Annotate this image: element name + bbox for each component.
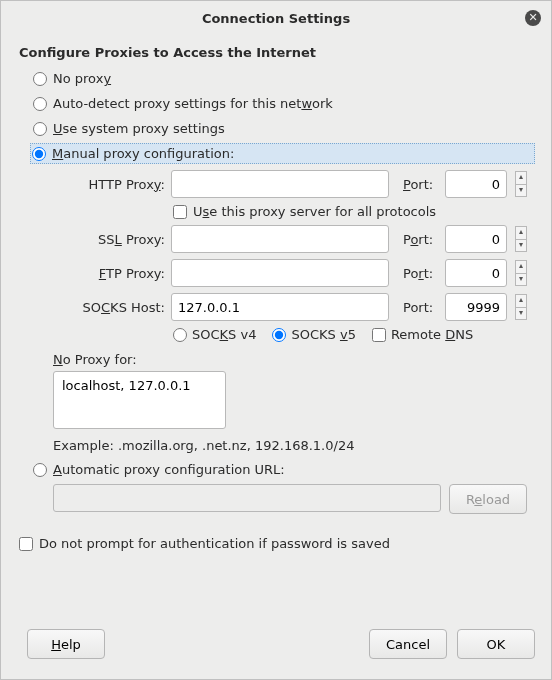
chevron-down-icon[interactable]: ▾ [515, 307, 527, 320]
no-auth-prompt-label: Do not prompt for authentication if pass… [39, 536, 390, 551]
http-port-spinner[interactable]: ▴▾ [515, 171, 527, 197]
use-all-checkbox[interactable] [173, 205, 187, 219]
ssl-proxy-label: SSL Proxy: [53, 232, 165, 247]
chevron-down-icon[interactable]: ▾ [515, 239, 527, 252]
manual-form: HTTP Proxy: Port: ▴▾ Use this proxy serv… [53, 170, 527, 342]
ok-button[interactable]: OK [457, 629, 535, 659]
ftp-port-label: Port: [403, 266, 439, 281]
ssl-port-input[interactable] [445, 225, 507, 253]
http-port-label: Port: [403, 177, 439, 192]
ftp-port-spinner[interactable]: ▴▾ [515, 260, 527, 286]
ftp-proxy-input[interactable] [171, 259, 389, 287]
titlebar: Connection Settings ✕ [1, 1, 551, 35]
ssl-proxy-row: SSL Proxy: Port: ▴▾ [53, 225, 527, 253]
http-port-input[interactable] [445, 170, 507, 198]
socks-port-label: Port: [403, 300, 439, 315]
use-all-label: Use this proxy server for all protocols [193, 204, 436, 219]
pac-row: Reload [53, 484, 527, 514]
ssl-port-label: Port: [403, 232, 439, 247]
ssl-port-spinner[interactable]: ▴▾ [515, 226, 527, 252]
no-auth-prompt-input[interactable] [19, 537, 33, 551]
no-proxy-label: No Proxy for: [53, 352, 535, 367]
checkbox-no-auth-prompt[interactable]: Do not prompt for authentication if pass… [19, 536, 535, 551]
ssl-proxy-input[interactable] [171, 225, 389, 253]
socks-version-row: SOCKS v4 SOCKS v5 Remote DNS [173, 327, 527, 342]
radio-no-proxy-input[interactable] [33, 72, 47, 86]
close-icon[interactable]: ✕ [525, 10, 541, 26]
ftp-proxy-label: FTP Proxy: [53, 266, 165, 281]
radio-pac[interactable]: Automatic proxy configuration URL: [31, 459, 535, 480]
checkbox-remote-dns[interactable]: Remote DNS [372, 327, 473, 342]
socks-port-input[interactable] [445, 293, 507, 321]
chevron-up-icon[interactable]: ▴ [515, 260, 527, 273]
socks-host-label: SOCKS Host: [53, 300, 165, 315]
socks-port-spinner[interactable]: ▴▾ [515, 294, 527, 320]
chevron-up-icon[interactable]: ▴ [515, 226, 527, 239]
radio-socks-v4-input[interactable] [173, 328, 187, 342]
radio-manual-proxy[interactable]: Manual proxy configuration: [30, 143, 535, 164]
chevron-up-icon[interactable]: ▴ [515, 294, 527, 307]
ftp-port-input[interactable] [445, 259, 507, 287]
socks-host-input[interactable] [171, 293, 389, 321]
radio-no-proxy[interactable]: No proxy [31, 68, 535, 89]
radio-manual-proxy-input[interactable] [32, 147, 46, 161]
chevron-down-icon[interactable]: ▾ [515, 184, 527, 197]
socks-host-row: SOCKS Host: Port: ▴▾ [53, 293, 527, 321]
dialog-title: Connection Settings [202, 11, 350, 26]
radio-auto-detect[interactable]: Auto-detect proxy settings for this netw… [31, 93, 535, 114]
chevron-down-icon[interactable]: ▾ [515, 273, 527, 286]
content-area: Configure Proxies to Access the Internet… [1, 35, 551, 629]
radio-socks-v5-input[interactable] [272, 328, 286, 342]
remote-dns-checkbox[interactable] [372, 328, 386, 342]
radio-system-proxy[interactable]: Use system proxy settings [31, 118, 535, 139]
radio-system-proxy-input[interactable] [33, 122, 47, 136]
ftp-proxy-row: FTP Proxy: Port: ▴▾ [53, 259, 527, 287]
chevron-up-icon[interactable]: ▴ [515, 171, 527, 184]
button-bar: Help Cancel OK [1, 629, 551, 679]
radio-auto-detect-input[interactable] [33, 97, 47, 111]
no-proxy-example: Example: .mozilla.org, .net.nz, 192.168.… [53, 438, 535, 453]
radio-socks-v5[interactable]: SOCKS v5 [272, 327, 355, 342]
help-button[interactable]: Help [27, 629, 105, 659]
http-proxy-input[interactable] [171, 170, 389, 198]
reload-button: Reload [449, 484, 527, 514]
cancel-button[interactable]: Cancel [369, 629, 447, 659]
section-heading: Configure Proxies to Access the Internet [19, 45, 535, 60]
use-all-row: Use this proxy server for all protocols [173, 204, 527, 219]
radio-pac-input[interactable] [33, 463, 47, 477]
connection-settings-dialog: Connection Settings ✕ Configure Proxies … [0, 0, 552, 680]
http-proxy-row: HTTP Proxy: Port: ▴▾ [53, 170, 527, 198]
radio-socks-v4[interactable]: SOCKS v4 [173, 327, 256, 342]
pac-url-input [53, 484, 441, 512]
no-proxy-textarea[interactable] [53, 371, 226, 429]
http-proxy-label: HTTP Proxy: [53, 177, 165, 192]
